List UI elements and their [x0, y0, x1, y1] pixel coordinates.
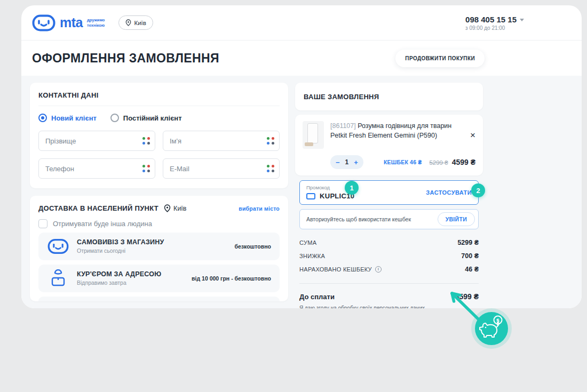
quantity-stepper: − 1 +	[330, 155, 363, 169]
summary-value: 5299 ₴	[457, 239, 479, 246]
auth-text: Авторизуйтесь щоб використати кешбек	[306, 216, 411, 222]
logo-text: mta	[60, 15, 83, 30]
summary-row-cashback: НАРАХОВАНО КЕШБЕКУ i 46 ₴	[299, 262, 479, 276]
autofill-icon	[142, 165, 150, 172]
client-type-radios: Новий клієнт Постійний клієнт	[38, 114, 280, 122]
courier-option-price: від 10 000 грн - безкоштовно	[192, 275, 271, 282]
login-button[interactable]: УВІЙТИ	[438, 212, 475, 226]
qty-value: 1	[345, 158, 349, 166]
qty-minus-button[interactable]: −	[336, 158, 340, 166]
firstname-field-wrap	[163, 131, 280, 151]
radio-regular-client[interactable]: Постійний клієнт	[110, 114, 182, 122]
firstname-input[interactable]	[163, 131, 280, 151]
order-title: ВАШЕ ЗАМОВЛЕННЯ	[304, 93, 379, 101]
annotation-badge-1: 1	[345, 181, 359, 195]
pickup-option-name: САМОВИВІЗ З МАГАЗИНУ	[77, 238, 164, 246]
info-icon[interactable]: i	[375, 266, 382, 273]
city-pill-label: Київ	[134, 20, 146, 26]
phone-field-wrap	[38, 158, 155, 179]
item-cashback: КЕШБЕК 46 ₴	[384, 159, 422, 165]
pickup-option-price: безкоштовно	[235, 243, 271, 250]
radio-new-client[interactable]: Новий клієнт	[38, 114, 97, 122]
shipping-option-courier[interactable]: КУР'ЄРОМ ЗА АДРЕСОЮ Відправимо завтра ві…	[38, 265, 280, 292]
item-price: 4599 ₴	[452, 158, 475, 166]
radio-new-client-label: Новий клієнт	[51, 114, 97, 122]
phone-hours: з 09:00 до 21:00	[465, 25, 524, 31]
apply-promocode-button[interactable]: ЗАСТОСУВАТИ	[426, 189, 472, 196]
autofill-icon	[267, 137, 274, 145]
contact-fields	[38, 131, 280, 179]
auth-box: Авторизуйтесь щоб використати кешбек УВІ…	[299, 209, 479, 229]
delivery-city[interactable]: Київ	[164, 204, 186, 212]
radio-unselected-icon	[110, 114, 119, 122]
summary-label: ЗНИЖКА	[299, 253, 325, 259]
choose-city-link[interactable]: вибрати місто	[239, 205, 280, 212]
shipping-option-partial	[38, 297, 280, 301]
delivery-card-title: ДОСТАВКА В НАСЕЛЕНИЙ ПУНКТ	[38, 204, 158, 212]
contact-card-title: КОНТАКТНІ ДАНІ	[38, 91, 280, 106]
logo-face-icon	[32, 14, 55, 31]
continue-shopping-button[interactable]: ПРОДОВЖИТИ ПОКУПКИ	[395, 50, 485, 67]
logo-tagline-line1: дружимо	[87, 18, 105, 22]
content-section: КОНТАКТНІ ДАНІ Новий клієнт Постійний кл…	[21, 76, 582, 308]
total-value: 4599 ₴	[455, 292, 479, 301]
remove-item-icon[interactable]: ×	[466, 121, 475, 149]
summary-divider	[299, 283, 479, 284]
site-header: mta дружимо технікою Київ 098 405 15 15 …	[21, 5, 582, 41]
consent-text: Я даю згоду на обробку своїх персональни…	[299, 305, 479, 308]
location-pin-icon	[125, 19, 131, 26]
phone-block[interactable]: 098 405 15 15 з 09:00 до 21:00	[465, 15, 524, 31]
title-row: ОФОРМЛЕННЯ ЗАМОВЛЕННЯ ПРОДОВЖИТИ ПОКУПКИ	[21, 41, 582, 76]
summary-label: НАРАХОВАНО КЕШБЕКУ	[299, 266, 372, 273]
product-code: [861107]	[330, 122, 356, 130]
checkbox-unchecked-icon[interactable]	[38, 219, 47, 228]
other-person-row[interactable]: Отримувати буде інша людина	[38, 219, 280, 228]
delivery-city-label: Київ	[173, 205, 186, 212]
logo[interactable]: mta дружимо технікою	[32, 14, 105, 31]
order-summary: СУМА 5299 ₴ ЗНИЖКА 700 ₴ НАРАХОВАНО КЕШБ…	[299, 236, 479, 276]
radio-regular-client-label: Постійний клієнт	[123, 114, 182, 122]
summary-value: 700 ₴	[461, 252, 479, 260]
piggy-bank-icon	[480, 316, 502, 338]
order-summary-card-header: ВАШЕ ЗАМОВЛЕННЯ	[295, 83, 483, 110]
total-row: До сплати 4599 ₴	[299, 292, 479, 301]
product-card: [861107] Розумна годівниця для тварин Pe…	[295, 115, 483, 175]
svg-text:$: $	[496, 318, 499, 323]
other-person-label: Отримувати буде інша людина	[53, 220, 152, 228]
summary-value: 46 ₴	[465, 266, 479, 273]
courier-option-subtitle: Відправимо завтра	[77, 279, 161, 286]
courier-icon	[47, 269, 69, 287]
autofill-icon	[267, 165, 274, 172]
product-name: [861107] Розумна годівниця для тварин Pe…	[330, 121, 459, 149]
total-label: До сплати	[299, 293, 335, 301]
lastname-field-wrap	[38, 131, 155, 151]
pickup-option-subtitle: Отримати сьогодні	[77, 247, 164, 254]
summary-label: СУМА	[299, 239, 316, 246]
shipping-option-pickup[interactable]: САМОВИВІЗ З МАГАЗИНУ Отримати сьогодні б…	[38, 233, 280, 260]
autofill-icon	[142, 137, 150, 145]
item-old-price: 5299 ₴	[429, 159, 448, 166]
main-panel: mta дружимо технікою Київ 098 405 15 15 …	[21, 5, 582, 308]
phone-input[interactable]	[38, 158, 155, 179]
chevron-down-icon	[520, 19, 524, 21]
page-title: ОФОРМЛЕННЯ ЗАМОВЛЕННЯ	[32, 51, 219, 66]
location-pin-icon	[164, 204, 171, 212]
qty-plus-button[interactable]: +	[354, 158, 358, 166]
store-pickup-icon	[47, 238, 69, 254]
annotation-badge-2: 2	[471, 183, 485, 197]
lastname-input[interactable]	[38, 131, 155, 151]
logo-tagline: дружимо технікою	[87, 18, 105, 28]
summary-row-suma: СУМА 5299 ₴	[299, 236, 479, 249]
email-input[interactable]	[163, 158, 280, 179]
courier-option-name: КУР'ЄРОМ ЗА АДРЕСОЮ	[77, 270, 161, 278]
checkout-page: { "header": { "logo": { "text": "mta", "…	[0, 0, 587, 392]
summary-row-discount: ЗНИЖКА 700 ₴	[299, 249, 479, 262]
city-selector-pill[interactable]: Київ	[118, 15, 153, 30]
left-column: КОНТАКТНІ ДАНІ Новий клієнт Постійний кл…	[30, 83, 288, 301]
order-column: ВАШЕ ЗАМОВЛЕННЯ [861107] Розумна годівни…	[295, 83, 483, 301]
delivery-card: ДОСТАВКА В НАСЕЛЕНИЙ ПУНКТ Київ вибрати …	[30, 196, 288, 301]
radio-selected-icon	[38, 114, 47, 122]
phone-number: 098 405 15 15	[465, 15, 517, 24]
contact-card: КОНТАКТНІ ДАНІ Новий клієнт Постійний кл…	[30, 83, 288, 188]
coupon-icon	[306, 193, 315, 199]
